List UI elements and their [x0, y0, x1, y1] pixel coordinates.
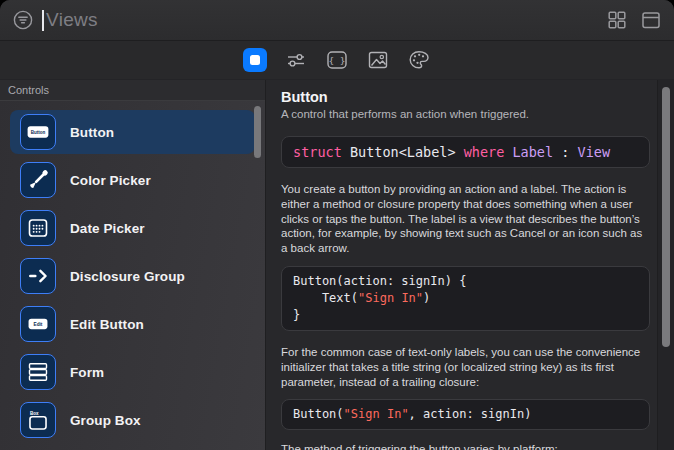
list-item-color-picker[interactable]: Color Picker — [10, 158, 255, 202]
doc-title: Button — [281, 89, 650, 105]
edit-button-icon: Edit — [20, 306, 56, 342]
code-braces-icon: { } — [325, 48, 349, 72]
sidebar-section-header: Controls — [0, 80, 265, 101]
declaration-code-block: struct Button<Label> where Label : View — [281, 136, 650, 168]
form-rows-icon — [20, 354, 56, 390]
list-item-label: Date Picker — [70, 221, 145, 236]
tab-modifiers[interactable] — [284, 48, 308, 72]
list-item-label: Form — [70, 365, 104, 380]
tab-media[interactable] — [366, 48, 390, 72]
list-item-disclosure-group[interactable]: Disclosure Group — [10, 254, 255, 298]
detail-scrollbar-thumb[interactable] — [662, 87, 670, 347]
button-control-icon: Button — [20, 114, 56, 150]
library-window: Views — [0, 0, 674, 450]
svg-text:Edit: Edit — [34, 322, 43, 327]
list-item-label: Disclosure Group — [70, 269, 185, 284]
list-item-label: Color Picker — [70, 173, 151, 188]
list-item-edit-button[interactable]: Edit Edit Button — [10, 302, 255, 346]
list-item-button[interactable]: Button Button — [10, 110, 255, 154]
grid-view-icon[interactable] — [606, 9, 628, 31]
list-item-label: Edit Button — [70, 317, 144, 332]
tab-snippets[interactable]: { } — [325, 48, 349, 72]
filter-icon — [12, 9, 34, 31]
doc-paragraph: You create a button by providing an acti… — [281, 182, 650, 256]
library-tabs: { } — [0, 40, 674, 80]
svg-text:{ }: { } — [328, 55, 345, 66]
tab-views[interactable] — [243, 48, 267, 72]
calendar-icon — [20, 210, 56, 246]
palette-icon — [407, 48, 431, 72]
list-item-group-box[interactable]: Box Group Box — [10, 398, 255, 442]
text-caret — [42, 10, 44, 31]
disclosure-chevron-icon — [20, 258, 56, 294]
list-item-form[interactable]: Form — [10, 350, 255, 394]
documentation-panel: Button A control that performs an action… — [266, 80, 674, 450]
doc-subtitle: A control that performs an action when t… — [281, 108, 650, 120]
detail-scrollbar-track[interactable] — [657, 80, 674, 450]
detail-view-icon[interactable] — [640, 9, 662, 31]
eyedropper-icon — [20, 162, 56, 198]
group-box-icon: Box — [20, 402, 56, 438]
titlebar: Views — [0, 0, 674, 40]
svg-text:Box: Box — [30, 411, 39, 416]
views-tab-icon — [250, 55, 260, 65]
sidebar-scrollbar-thumb[interactable] — [254, 106, 261, 158]
search-placeholder: Views — [46, 9, 98, 31]
tab-color[interactable] — [407, 48, 431, 72]
modifiers-sliders-icon — [284, 48, 308, 72]
example-code-block: Button("Sign In", action: signIn) — [281, 399, 650, 430]
list-item-date-picker[interactable]: Date Picker — [10, 206, 255, 250]
photo-icon — [366, 48, 390, 72]
list-item-label: Group Box — [70, 413, 141, 428]
doc-paragraph: For the common case of text-only labels,… — [281, 345, 650, 389]
list-item-label: Button — [70, 125, 114, 140]
svg-text:Button: Button — [31, 130, 46, 135]
controls-sidebar: Controls Button Button — [0, 80, 266, 450]
controls-list: Button Button — [0, 101, 265, 446]
doc-paragraph: The method of triggering the button vari… — [281, 442, 650, 450]
library-search-input[interactable]: Views — [42, 5, 606, 35]
example-code-block: Button(action: signIn) { Text("Sign In")… — [281, 266, 650, 331]
